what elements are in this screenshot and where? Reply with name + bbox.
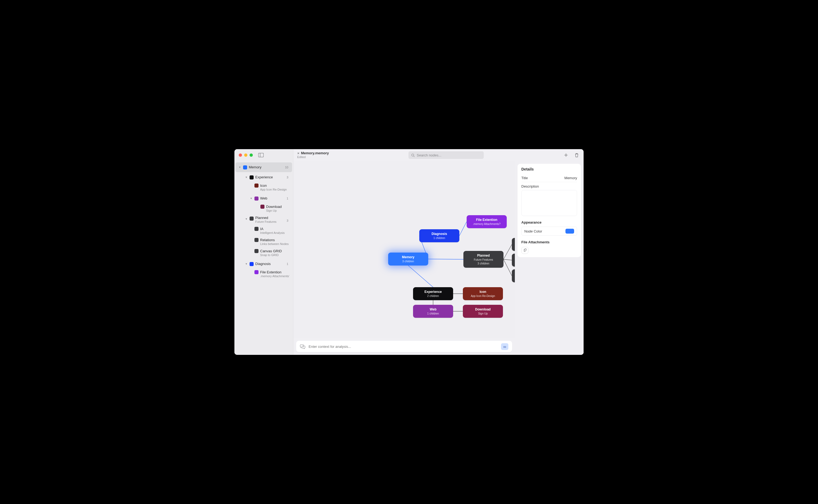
canvas-node-icon[interactable]: IconApp Icon Re-Design xyxy=(463,287,503,300)
context-bar: ∞ xyxy=(296,341,512,352)
node-title: Diagnosis xyxy=(423,232,456,236)
svg-line-10 xyxy=(503,259,512,260)
tree-item-download[interactable]: DownloadSign Up xyxy=(235,204,292,214)
app-window: ▼ Memory 10 ▼ Experience 3 IconApp Icon … xyxy=(234,149,584,355)
svg-line-12 xyxy=(408,266,433,287)
add-button[interactable] xyxy=(563,152,569,158)
svg-line-3 xyxy=(413,156,414,156)
chat-icon xyxy=(300,344,305,349)
title-field[interactable]: Title Memory xyxy=(521,174,577,182)
chevron-down-icon[interactable]: ▼ xyxy=(250,197,253,200)
tree-item-label: Experience xyxy=(255,175,285,179)
node-title: Web xyxy=(417,307,449,311)
content-split: Memory3 childrenDiagnosis1 childrenFile … xyxy=(293,161,584,355)
color-swatch xyxy=(254,238,259,242)
chevron-down-icon[interactable]: ▼ xyxy=(245,217,248,221)
add-attachment-button[interactable] xyxy=(521,247,528,254)
canvas-node-experience[interactable]: Experience2 children xyxy=(413,287,453,300)
chevron-down-icon[interactable]: ▼ xyxy=(245,262,248,266)
node-color-field[interactable]: Node Color xyxy=(521,227,577,236)
node-subtitle: 2 children xyxy=(417,294,449,297)
delete-button[interactable] xyxy=(574,152,580,158)
description-input[interactable] xyxy=(521,190,577,216)
tree-item-subtitle: Intelligent Analysis xyxy=(260,231,289,235)
tree-item-subtitle: Future Features xyxy=(255,220,285,224)
close-window-button[interactable] xyxy=(239,153,242,157)
tree-item-label: IA xyxy=(260,227,289,231)
analysis-run-button[interactable]: ∞ xyxy=(501,343,508,350)
search-input[interactable]: Search nodes... xyxy=(408,151,484,159)
svg-line-11 xyxy=(503,259,512,276)
close-document-button[interactable]: ✕ xyxy=(297,152,299,155)
zoom-window-button[interactable] xyxy=(250,153,253,157)
canvas-node-memory[interactable]: Memory3 children xyxy=(388,253,428,266)
tree-item-memory[interactable]: ▼ Memory 10 xyxy=(235,162,292,172)
canvas-node-file_ext[interactable]: File Extention.memory Attachments? xyxy=(467,215,507,228)
titlebar-left xyxy=(234,149,293,161)
node-color-label: Node Color xyxy=(524,229,542,233)
title-label: Title xyxy=(521,176,528,180)
canvas-node-ia[interactable]: IAIntelligent Analysis xyxy=(512,254,515,267)
color-swatch xyxy=(254,184,259,188)
toggle-sidebar-button[interactable] xyxy=(258,153,264,157)
tree-item-label: File Extention xyxy=(260,270,289,274)
node-title: Icon xyxy=(467,290,499,294)
tree-item-file-extention[interactable]: File Extention.memory Attachments? xyxy=(235,269,292,280)
tree-item-diagnosis[interactable]: ▼ Diagnosis 1 xyxy=(235,259,292,269)
file-attachments-heading: File Attachments xyxy=(521,240,577,244)
toolbar-right xyxy=(563,152,580,158)
tree-item-label: Web xyxy=(260,196,285,201)
tree-item-subtitle: .memory Attachments? xyxy=(260,274,289,278)
tree-item-label: Diagnosis xyxy=(255,262,285,266)
tree-item-count: 3 xyxy=(287,176,289,179)
minimize-window-button[interactable] xyxy=(244,153,247,157)
document-header: ✕ Memory.memory Edited xyxy=(297,151,329,159)
svg-line-7 xyxy=(459,222,467,236)
infinity-icon: ∞ xyxy=(503,344,506,349)
topbar: ✕ Memory.memory Edited Search nodes... xyxy=(293,149,584,161)
tree-item-ia[interactable]: IAIntelligent Analysis xyxy=(235,226,292,237)
node-subtitle: 1 children xyxy=(423,237,456,240)
tree-item-web[interactable]: ▼ Web 1 xyxy=(235,194,292,203)
node-title: Experience xyxy=(417,290,449,294)
node-color-value[interactable] xyxy=(565,229,574,234)
color-swatch xyxy=(254,249,259,253)
tree-item-label: Canvas GRID xyxy=(260,249,289,253)
inspector-panel: Details Title Memory Description Appeara… xyxy=(518,164,581,257)
tree-item-count: 10 xyxy=(285,166,289,169)
tree-item-icon[interactable]: IconApp Icon Re-Design xyxy=(235,182,292,193)
node-subtitle: .memory Attachments? xyxy=(470,222,503,225)
context-input[interactable] xyxy=(309,345,498,349)
tree-item-canvas-grid[interactable]: Canvas GRIDSnap to GRID xyxy=(235,248,292,259)
trash-icon xyxy=(575,153,579,158)
sidebar-icon xyxy=(258,153,264,157)
tree-item-relations[interactable]: RelationsLinks between Nodes xyxy=(235,237,292,248)
tree-item-label: Icon xyxy=(260,184,289,188)
window-controls xyxy=(239,153,253,157)
canvas-node-relations[interactable]: RelationsLinks between Nodes xyxy=(512,269,515,282)
node-title: File Extention xyxy=(470,218,503,222)
canvas-node-download[interactable]: DownloadSign Up xyxy=(463,305,503,318)
color-swatch xyxy=(254,197,259,201)
tree-item-subtitle: Sign Up xyxy=(266,209,289,213)
chevron-down-icon[interactable]: ▼ xyxy=(245,176,248,179)
tree-item-count: 3 xyxy=(287,219,289,222)
chevron-down-icon[interactable]: ▼ xyxy=(238,166,241,169)
color-swatch xyxy=(254,270,259,274)
tree-item-subtitle: App Icon Re-Design xyxy=(260,188,289,192)
node-title: Planned xyxy=(467,254,500,257)
document-title: Memory.memory xyxy=(301,151,329,155)
canvas-node-diagnosis[interactable]: Diagnosis1 children xyxy=(419,229,459,242)
color-swatch xyxy=(243,165,247,169)
tree-item-subtitle: Links between Nodes xyxy=(260,242,289,246)
details-heading: Details xyxy=(521,167,577,171)
tree-item-experience[interactable]: ▼ Experience 3 xyxy=(235,172,292,182)
color-swatch xyxy=(260,205,264,209)
canvas[interactable]: Memory3 childrenDiagnosis1 childrenFile … xyxy=(293,161,515,338)
canvas-node-web[interactable]: Web1 children xyxy=(413,305,453,318)
plus-icon xyxy=(564,153,568,157)
canvas-node-planned[interactable]: PlannedFuture Features3 children xyxy=(463,251,503,268)
description-label: Description xyxy=(521,184,577,188)
tree-item-planned[interactable]: ▼ PlannedFuture Features 3 xyxy=(235,215,292,225)
canvas-node-canvas_grid[interactable]: Canvas GRIDSnap to GRID xyxy=(512,238,515,251)
